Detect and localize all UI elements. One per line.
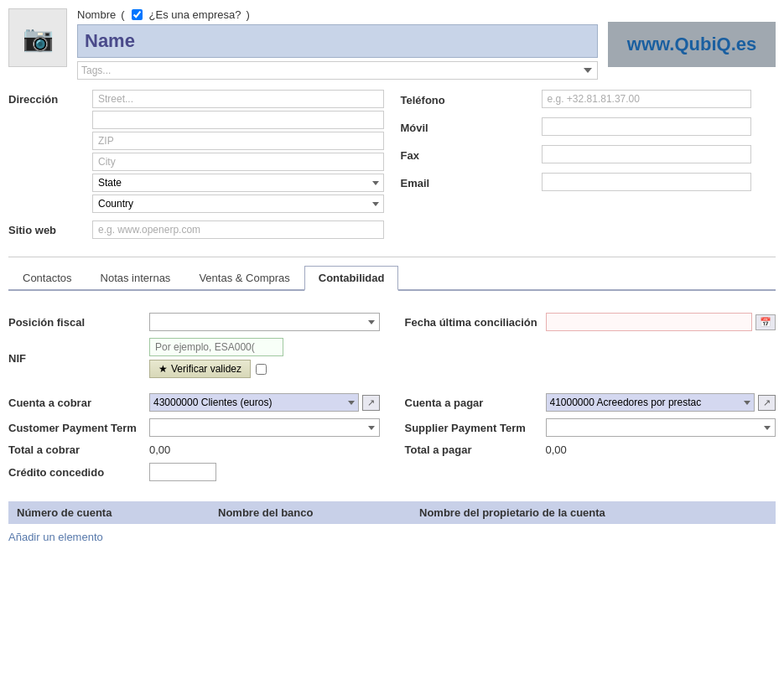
total-pagar-label: Total a pagar [405,443,539,456]
street-input[interactable] [92,90,384,108]
bank-col-account: Número de cuenta [8,501,210,524]
customer-payment-label: Customer Payment Term [8,422,143,434]
total-cobrar-row: Total a cobrar 0,00 [8,443,380,456]
nif-input[interactable] [149,338,283,356]
cuenta-cobrar-row: Cuenta a cobrar 43000000 Clientes (euros… [8,393,380,412]
direccion-label: Dirección [8,90,92,106]
verify-row: ★ Verificar validez [149,360,267,378]
divider1 [8,257,776,257]
movil-value [542,117,776,138]
state-select[interactable]: State [92,174,384,192]
empresa-checkbox[interactable] [132,9,143,20]
paren-close: ) [246,8,249,21]
paren-open: ( [121,8,124,21]
supplier-payment-label: Supplier Payment Term [405,422,539,434]
brand-logo: www.QubiQ.es [608,22,776,67]
calendar-button[interactable]: 📅 [755,314,776,330]
fax-input[interactable] [542,145,751,163]
fecha-input[interactable] [546,313,753,331]
nif-label: NIF [8,352,143,365]
credito-value: 0,00 [149,463,380,481]
credito-input[interactable]: 0,00 [149,463,216,481]
cuenta-cobrar-value: 43000000 Clientes (euros) ↗ [149,393,380,412]
country-select[interactable]: Country [92,194,384,213]
header-section: 📷 Nombre ( ¿Es una empresa? ) Tags... ww… [8,8,776,80]
brand-text: www.QubiQ.es [627,34,756,54]
email-label: Email [401,177,535,189]
verify-button[interactable]: ★ Verificar validez [149,360,251,378]
email-row: Email [401,173,776,194]
name-label-row: Nombre ( ¿Es una empresa? ) [77,8,598,21]
bank-table: Número de cuenta Nombre del banco Nombre… [8,501,776,524]
customer-payment-value [149,418,380,437]
bank-col-owner: Nombre del propietario de la cuenta [411,501,776,524]
credito-row: Crédito concedido 0,00 [8,463,380,481]
movil-row: Móvil [401,117,776,138]
pagar-ext-link[interactable]: ↗ [758,395,776,411]
posicion-fiscal-value [149,313,380,331]
cuenta-pagar-value: 41000000 Acreedores por prestac ↗ [546,393,776,412]
supplier-payment-select[interactable] [546,418,776,437]
bank-table-header: Número de cuenta Nombre del banco Nombre… [8,501,776,524]
right-content-2: Cuenta a pagar 41000000 Acreedores por p… [405,393,776,463]
tab-ventas[interactable]: Ventas & Compras [184,266,304,291]
fax-value [542,145,776,166]
content-row-1: Posición fiscal NIF ★ Verificar validez [8,313,776,385]
posicion-fiscal-label: Posición fiscal [8,316,143,329]
name-section: Nombre ( ¿Es una empresa? ) Tags... [77,8,598,80]
fecha-value: 📅 [546,313,776,331]
tabs-section: Contactos Notas internas Ventas & Compra… [8,266,776,291]
telefono-value [542,90,776,111]
empresa-label: ¿Es una empresa? [149,8,241,21]
tab-notas[interactable]: Notas internas [86,266,185,291]
customer-payment-row: Customer Payment Term [8,418,380,437]
fax-label: Fax [401,149,535,162]
telefono-row: Teléfono [401,90,776,111]
cobrar-ext-link[interactable]: ↗ [362,395,380,411]
customer-payment-select[interactable] [149,418,380,437]
tags-select[interactable]: Tags... [77,61,598,80]
posicion-fiscal-row: Posición fiscal [8,313,380,331]
movil-label: Móvil [401,122,535,134]
nif-row: NIF ★ Verificar validez [8,338,380,378]
cuenta-cobrar-select[interactable]: 43000000 Clientes (euros) [149,393,359,412]
name-input[interactable] [77,24,598,58]
zip-input[interactable] [92,132,384,150]
website-field [92,220,384,241]
content-row-2: Cuenta a cobrar 43000000 Clientes (euros… [8,393,776,488]
email-value [542,173,776,194]
credito-label: Crédito concedido [8,466,143,479]
address-fields: State Country [92,90,384,215]
add-bank-link[interactable]: Añadir un elemento [8,529,103,545]
website-label: Sitio web [8,220,92,236]
verify-checkbox[interactable] [256,364,267,375]
cuenta-pagar-select[interactable]: 41000000 Acreedores por prestac [546,393,755,412]
street2-input[interactable] [92,111,384,129]
direccion-group: Dirección State Country [8,90,384,215]
left-content: Posición fiscal NIF ★ Verificar validez [8,313,380,385]
tab-contactos[interactable]: Contactos [8,266,86,291]
supplier-payment-value [546,418,776,437]
telefono-label: Teléfono [401,94,535,106]
telefono-input[interactable] [542,90,751,108]
verify-icon: ★ [158,363,168,375]
movil-input[interactable] [542,117,751,136]
cuenta-pagar-label: Cuenta a pagar [405,397,539,409]
avatar-box[interactable]: 📷 [8,8,67,67]
city-input[interactable] [92,153,384,171]
nombre-label: Nombre [77,8,116,21]
contabilidad-section: Posición fiscal NIF ★ Verificar validez [8,304,776,553]
left-content-2: Cuenta a cobrar 43000000 Clientes (euros… [8,393,380,488]
total-pagar-row: Total a pagar 0,00 [405,443,776,456]
address-section: Dirección State Country Sitio web [8,90,384,246]
tab-contabilidad[interactable]: Contabilidad [304,266,399,291]
fax-row: Fax [401,145,776,166]
email-input[interactable] [542,173,751,191]
total-cobrar-label: Total a cobrar [8,443,143,456]
total-pagar-value: 0,00 [546,443,776,456]
bank-col-bank: Nombre del banco [210,501,411,524]
website-group: Sitio web [8,220,384,241]
verify-label: Verificar validez [171,363,241,375]
posicion-fiscal-select[interactable] [149,313,380,331]
website-input[interactable] [92,220,384,239]
